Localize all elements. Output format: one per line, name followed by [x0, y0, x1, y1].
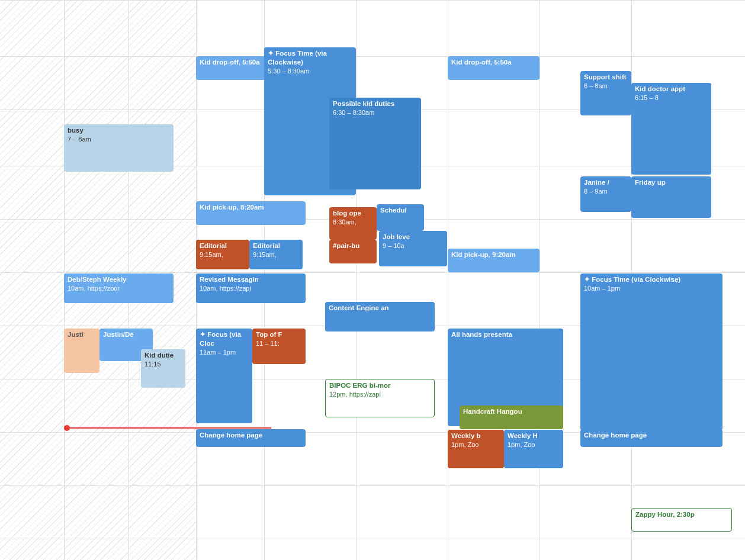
- event-title-deb-steph: Deb/Steph Weekly: [68, 275, 170, 284]
- event-time-revised-messaging: 10am, https://zapi: [200, 284, 302, 292]
- event-title-content-engine: Content Engine an: [329, 304, 431, 313]
- event-time-possible-kid-duties: 6:30 – 8:30am: [333, 108, 418, 117]
- event-title-weekly-1: Weekly b: [451, 432, 500, 440]
- event-title-support-shift: Support shift: [584, 73, 628, 82]
- event-title-job-level: Job leve: [383, 233, 444, 242]
- event-change-home-1[interactable]: Change home page: [196, 429, 306, 447]
- event-friday-up[interactable]: Friday up: [631, 176, 711, 218]
- event-title-kid-dropoff-2: Kid drop-off, 5:50a: [451, 58, 536, 67]
- event-job-level[interactable]: Job leve9 – 10a: [379, 231, 447, 266]
- event-busy[interactable]: busy7 – 8am: [64, 124, 174, 172]
- event-zappy-hour[interactable]: Zappy Hour, 2:30p: [631, 508, 732, 532]
- event-title-focus-time-1: ✦ Focus Time (via Clockwise): [268, 49, 352, 67]
- event-deb-steph[interactable]: Deb/Steph Weekly10am, https://zoor: [64, 273, 174, 303]
- event-time-job-level: 9 – 10a: [383, 242, 444, 250]
- event-title-focus-time-2: ✦ Focus Time (via Clockwise): [584, 275, 719, 284]
- event-top-of-f[interactable]: Top of F11 – 11:: [252, 329, 306, 364]
- event-title-bipoc-erg: BIPOC ERG bi-mor: [329, 381, 431, 390]
- event-title-focus-time-3: ✦ Focus (via Cloc: [200, 330, 249, 348]
- event-title-change-home-2: Change home page: [584, 431, 719, 440]
- event-time-editorial-2: 9:15am,: [253, 250, 299, 259]
- event-content-engine[interactable]: Content Engine an: [325, 302, 435, 332]
- event-title-kid-doctor-appt: Kid doctor appt: [635, 85, 708, 94]
- event-focus-time-2[interactable]: ✦ Focus Time (via Clockwise)10am – 1pm: [580, 273, 722, 430]
- event-weekly-1[interactable]: Weekly b1pm, Zoo: [448, 430, 504, 468]
- event-title-possible-kid-duties: Possible kid duties: [333, 99, 418, 108]
- event-title-kid-pickup-2: Kid pick-up, 9:20am: [451, 250, 536, 259]
- calendar-grid: Kid drop-off, 5:50a✦ Focus Time (via Clo…: [0, 0, 745, 560]
- event-revised-messaging[interactable]: Revised Messagin10am, https://zapi: [196, 273, 306, 303]
- now-indicator: [64, 425, 271, 431]
- event-title-change-home-1: Change home page: [200, 431, 302, 440]
- event-time-janine: 8 – 9am: [584, 187, 628, 195]
- event-time-top-of-f: 11 – 11:: [256, 339, 302, 347]
- event-change-home-2[interactable]: Change home page: [580, 429, 722, 447]
- event-time-bipoc-erg: 12pm, https://zapi: [329, 390, 431, 398]
- event-title-kid-pickup-1: Kid pick-up, 8:20am: [200, 203, 302, 212]
- event-kid-doctor-appt[interactable]: Kid doctor appt6:15 – 8: [631, 83, 711, 175]
- event-kid-pickup-2[interactable]: Kid pick-up, 9:20am: [448, 249, 540, 272]
- event-justi-1[interactable]: Justi: [64, 329, 99, 373]
- event-title-blog-ope: blog ope: [333, 209, 373, 218]
- event-title-handcraft-hangout: Handcraft Hangou: [463, 407, 560, 416]
- event-support-shift[interactable]: Support shift6 – 8am: [580, 71, 631, 115]
- event-title-justi-2: Justin/De: [103, 330, 149, 339]
- event-time-editorial-1: 9:15am,: [200, 250, 246, 259]
- event-title-kid-duties: Kid dutie: [144, 351, 182, 360]
- event-title-zappy-hour: Zappy Hour, 2:30p: [635, 510, 728, 519]
- event-title-pair-bu: #pair-bu: [333, 242, 373, 250]
- event-schedule[interactable]: Schedul: [377, 204, 424, 231]
- event-time-blog-ope: 8:30am,: [333, 218, 373, 226]
- now-dot: [64, 425, 70, 431]
- event-title-justi-1: Justi: [68, 330, 96, 339]
- now-bar: [70, 427, 271, 429]
- event-title-busy: busy: [68, 126, 170, 135]
- event-time-support-shift: 6 – 8am: [584, 82, 628, 90]
- event-time-weekly-2: 1pm, Zoo: [508, 440, 560, 449]
- event-time-focus-time-1: 5:30 – 8:30am: [268, 67, 352, 75]
- event-kid-dropoff-2[interactable]: Kid drop-off, 5:50a: [448, 56, 540, 80]
- event-title-all-hands: All hands presenta: [451, 330, 560, 339]
- event-title-janine: Janine /: [584, 178, 628, 187]
- event-time-weekly-1: 1pm, Zoo: [451, 440, 500, 449]
- event-title-revised-messaging: Revised Messagin: [200, 275, 302, 284]
- event-blog-ope[interactable]: blog ope8:30am,: [329, 207, 377, 240]
- event-bipoc-erg[interactable]: BIPOC ERG bi-mor12pm, https://zapi: [325, 379, 435, 417]
- event-time-focus-time-3: 11am – 1pm: [200, 348, 249, 356]
- event-focus-time-3[interactable]: ✦ Focus (via Cloc11am – 1pm: [196, 329, 252, 423]
- event-title-friday-up: Friday up: [635, 178, 708, 187]
- event-editorial-1[interactable]: Editorial9:15am,: [196, 240, 249, 269]
- event-time-busy: 7 – 8am: [68, 135, 170, 143]
- event-editorial-2[interactable]: Editorial9:15am,: [249, 240, 303, 269]
- event-possible-kid-duties[interactable]: Possible kid duties6:30 – 8:30am: [329, 98, 421, 189]
- event-title-schedule: Schedul: [380, 206, 420, 215]
- event-title-editorial-1: Editorial: [200, 242, 246, 250]
- event-time-focus-time-2: 10am – 1pm: [584, 284, 719, 292]
- event-time-deb-steph: 10am, https://zoor: [68, 284, 170, 292]
- event-janine[interactable]: Janine /8 – 9am: [580, 176, 631, 212]
- event-time-kid-duties: 11:15: [144, 360, 182, 368]
- event-title-top-of-f: Top of F: [256, 330, 302, 339]
- hatch-col-0: [0, 0, 64, 560]
- event-title-editorial-2: Editorial: [253, 242, 299, 250]
- event-weekly-2[interactable]: Weekly H1pm, Zoo: [504, 430, 563, 468]
- event-title-weekly-2: Weekly H: [508, 432, 560, 440]
- event-kid-duties[interactable]: Kid dutie11:15: [141, 349, 185, 388]
- event-kid-pickup-1[interactable]: Kid pick-up, 8:20am: [196, 201, 306, 225]
- event-time-kid-doctor-appt: 6:15 – 8: [635, 94, 708, 102]
- event-pair-bu[interactable]: #pair-bu: [329, 240, 377, 263]
- event-handcraft-hangout[interactable]: Handcraft Hangou: [460, 405, 563, 429]
